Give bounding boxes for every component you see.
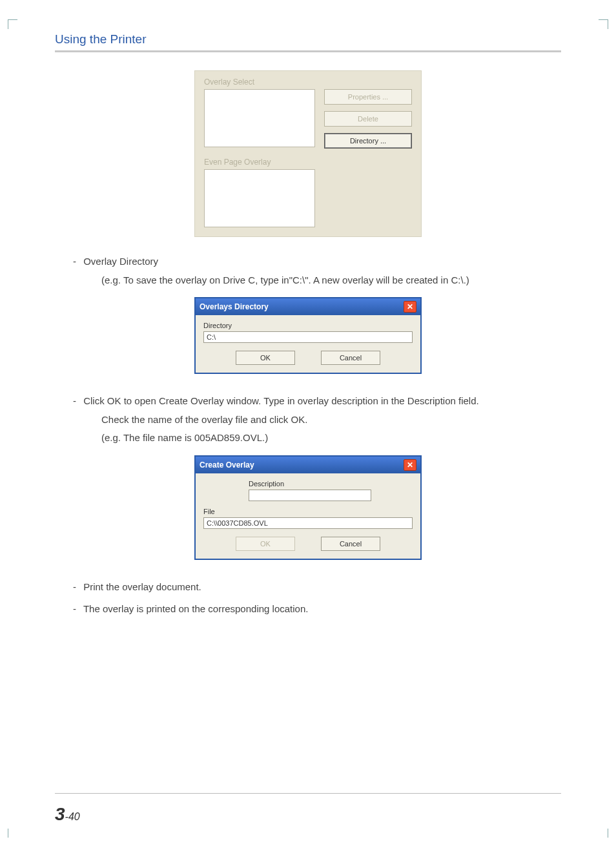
file-input[interactable] bbox=[203, 517, 413, 529]
crop-mark bbox=[599, 829, 608, 838]
instruction-text: Click OK to open Create Overlay window. … bbox=[83, 395, 479, 406]
dialog-title: Overlays Directory bbox=[200, 302, 269, 311]
crop-mark bbox=[8, 829, 17, 838]
instruction-subtext: (e.g. To save the overlay on Drive C, ty… bbox=[101, 271, 561, 290]
properties-button[interactable]: Properties ... bbox=[324, 89, 412, 105]
even-page-overlay-label: Even Page Overlay bbox=[204, 158, 412, 167]
directory-label: Directory bbox=[203, 322, 413, 329]
instruction-text: Overlay Directory bbox=[83, 256, 158, 267]
crop-mark bbox=[599, 19, 608, 29]
create-overlay-dialog: Create Overlay ✕ Description File OK Can… bbox=[194, 455, 422, 560]
ok-button[interactable]: OK bbox=[236, 537, 295, 551]
description-input[interactable] bbox=[249, 490, 371, 501]
ok-button[interactable]: OK bbox=[236, 351, 295, 365]
directory-button[interactable]: Directory ... bbox=[324, 133, 412, 149]
overlay-select-label: Overlay Select bbox=[204, 77, 412, 87]
instruction-subtext: Check the name of the overlay file and c… bbox=[101, 411, 561, 429]
instruction-block: - Click OK to open Create Overlay window… bbox=[73, 392, 561, 448]
delete-button[interactable]: Delete bbox=[324, 111, 412, 127]
page-number: 3-40 bbox=[55, 804, 80, 825]
instruction-block: - The overlay is printed on the correspo… bbox=[73, 600, 561, 619]
section-header: Using the Printer bbox=[55, 32, 561, 46]
crop-mark bbox=[8, 19, 17, 29]
directory-input[interactable] bbox=[203, 331, 413, 343]
overlay-select-listbox[interactable] bbox=[204, 89, 315, 147]
instruction-subtext: (e.g. The file name is 005AD859.OVL.) bbox=[101, 429, 561, 448]
file-label: File bbox=[203, 508, 413, 515]
close-icon[interactable]: ✕ bbox=[404, 301, 416, 313]
instruction-block: - Print the overlay document. bbox=[73, 578, 561, 597]
even-page-overlay-listbox[interactable] bbox=[204, 169, 315, 227]
overlay-select-panel: Overlay Select Properties ... Delete Dir… bbox=[194, 70, 422, 237]
dialog-titlebar: Overlays Directory ✕ bbox=[196, 298, 420, 315]
overlays-directory-dialog: Overlays Directory ✕ Directory OK Cancel bbox=[194, 297, 422, 374]
description-label: Description bbox=[249, 480, 413, 488]
instruction-block: - Overlay Directory (e.g. To save the ov… bbox=[73, 253, 561, 289]
footer-rule bbox=[55, 793, 561, 794]
instruction-text: The overlay is printed on the correspond… bbox=[83, 603, 309, 614]
cancel-button[interactable]: Cancel bbox=[321, 537, 380, 551]
cancel-button[interactable]: Cancel bbox=[321, 351, 380, 365]
dialog-title: Create Overlay bbox=[200, 460, 254, 470]
header-rule bbox=[55, 50, 561, 52]
close-icon[interactable]: ✕ bbox=[404, 459, 416, 471]
dialog-titlebar: Create Overlay ✕ bbox=[196, 457, 420, 473]
instruction-text: Print the overlay document. bbox=[83, 581, 201, 592]
